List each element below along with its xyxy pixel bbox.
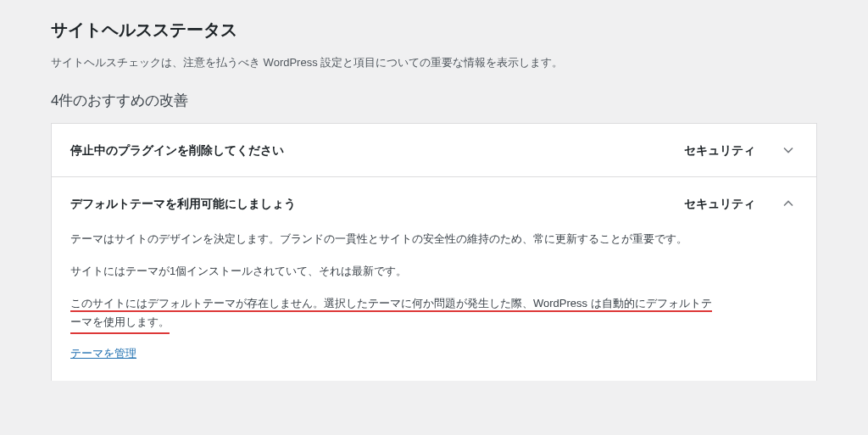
manage-themes-link[interactable]: テーマを管理 xyxy=(70,347,136,360)
page-description: サイトヘルスチェックは、注意を払うべき WordPress 設定と項目についての… xyxy=(51,54,817,71)
page-title: サイトヘルスステータス xyxy=(51,17,817,42)
category-badge: セキュリティ xyxy=(684,142,755,159)
chevron-down-icon xyxy=(779,141,798,159)
accordion-header-right: セキュリティ xyxy=(684,141,798,159)
body-text: サイトにはテーマが1個インストールされていて、それは最新です。 xyxy=(70,262,798,281)
improvements-heading: 4件のおすすめの改善 xyxy=(51,90,817,112)
chevron-up-icon xyxy=(779,194,798,213)
underlined-line-1: このサイトにはデフォルトテーマが存在しません。選択したテーマに何か問題が発生した… xyxy=(70,297,712,310)
accordion-item-inactive-plugins: 停止中のプラグインを削除してください セキュリティ xyxy=(52,124,816,176)
accordion-item-default-theme: デフォルトテーマを利用可能にしましょう セキュリティ テーマはサイトのデザインを… xyxy=(52,176,816,381)
body-text: テーマはサイトのデザインを決定します。ブランドの一貫性とサイトの安全性の維持のた… xyxy=(70,230,798,248)
accordion-body: テーマはサイトのデザインを決定します。ブランドの一貫性とサイトの安全性の維持のた… xyxy=(52,230,816,381)
accordion-header-right: セキュリティ xyxy=(684,194,798,213)
accordion-title: 停止中のプラグインを削除してください xyxy=(70,142,684,159)
category-badge: セキュリティ xyxy=(684,195,755,213)
underlined-line-2: ーマを使用します。 xyxy=(70,313,170,332)
accordion-header[interactable]: デフォルトテーマを利用可能にしましょう セキュリティ xyxy=(52,177,816,230)
accordion-header[interactable]: 停止中のプラグインを削除してください セキュリティ xyxy=(52,124,816,176)
accordion-title: デフォルトテーマを利用可能にしましょう xyxy=(70,195,684,213)
body-highlighted-text: このサイトにはデフォルトテーマが存在しません。選択したテーマに何か問題が発生した… xyxy=(70,294,798,332)
health-accordion: 停止中のプラグインを削除してください セキュリティ デフォルトテーマを利用可能に… xyxy=(51,123,817,381)
